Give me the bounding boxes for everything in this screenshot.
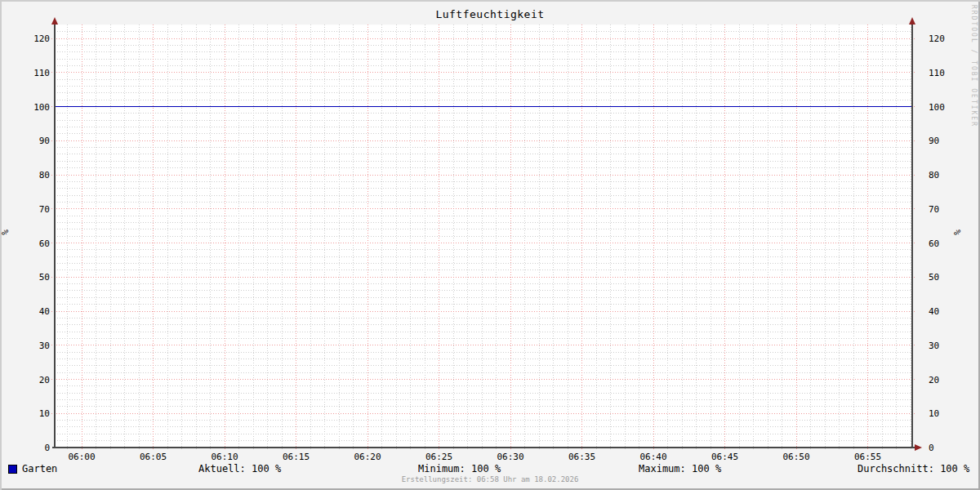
y-tick-labels-right: 0102030405060708090100110120 <box>929 33 945 453</box>
stat-durchschnitt: Durchschnitt: 100 % <box>858 463 969 474</box>
svg-text:110: 110 <box>929 68 945 78</box>
svg-text:40: 40 <box>39 306 50 317</box>
svg-text:06:15: 06:15 <box>283 452 310 462</box>
svg-text:60: 60 <box>929 238 939 249</box>
svg-text:80: 80 <box>39 170 50 180</box>
x-tick-labels: 06:0006:0506:1006:1506:2006:2506:3006:35… <box>68 452 881 462</box>
svg-text:06:10: 06:10 <box>211 452 238 462</box>
svg-text:06:40: 06:40 <box>639 452 666 462</box>
svg-text:110: 110 <box>33 68 50 78</box>
stat-aktuell: Aktuell: 100 % <box>198 463 281 474</box>
stat-maximum: Maximum: 100 % <box>639 463 721 474</box>
svg-text:90: 90 <box>929 136 939 146</box>
svg-text:70: 70 <box>39 204 50 215</box>
svg-text:40: 40 <box>929 306 939 317</box>
svg-text:50: 50 <box>39 272 50 283</box>
svg-text:70: 70 <box>929 204 939 215</box>
series-label: Garten <box>22 463 57 474</box>
svg-text:100: 100 <box>33 102 50 113</box>
rrdtool-graph: { "title": "Luftfeuchtigkeit", "watermar… <box>0 0 980 490</box>
svg-text:06:20: 06:20 <box>354 452 381 462</box>
svg-text:80: 80 <box>929 170 939 180</box>
svg-text:100: 100 <box>929 102 945 113</box>
creation-timestamp: Erstellungszeit: 06:58 Uhr am 18.02.2026 <box>0 475 980 483</box>
svg-text:06:45: 06:45 <box>711 452 738 462</box>
svg-text:20: 20 <box>39 375 50 385</box>
svg-text:30: 30 <box>929 341 939 351</box>
svg-text:120: 120 <box>929 33 945 44</box>
svg-text:06:25: 06:25 <box>425 452 452 462</box>
svg-text:0: 0 <box>44 443 50 453</box>
svg-text:06:00: 06:00 <box>68 452 95 462</box>
series-color-swatch <box>8 465 17 474</box>
svg-text:90: 90 <box>39 136 50 146</box>
svg-text:50: 50 <box>929 272 939 283</box>
svg-text:10: 10 <box>39 408 50 419</box>
stat-minimum: Minimum: 100 % <box>418 463 501 474</box>
svg-text:120: 120 <box>33 33 50 44</box>
y-tick-labels-left: 0102030405060708090100110120 <box>33 33 50 453</box>
svg-text:06:35: 06:35 <box>568 452 595 462</box>
svg-text:10: 10 <box>929 408 939 419</box>
chart-canvas: 0102030405060708090100110120010203040506… <box>0 0 980 490</box>
svg-text:30: 30 <box>39 341 50 351</box>
svg-text:06:05: 06:05 <box>140 452 167 462</box>
svg-text:06:55: 06:55 <box>854 452 881 462</box>
svg-text:06:30: 06:30 <box>497 452 523 462</box>
svg-text:20: 20 <box>929 375 939 385</box>
svg-text:0: 0 <box>929 443 934 453</box>
svg-text:60: 60 <box>39 238 50 249</box>
svg-text:06:50: 06:50 <box>782 452 809 462</box>
